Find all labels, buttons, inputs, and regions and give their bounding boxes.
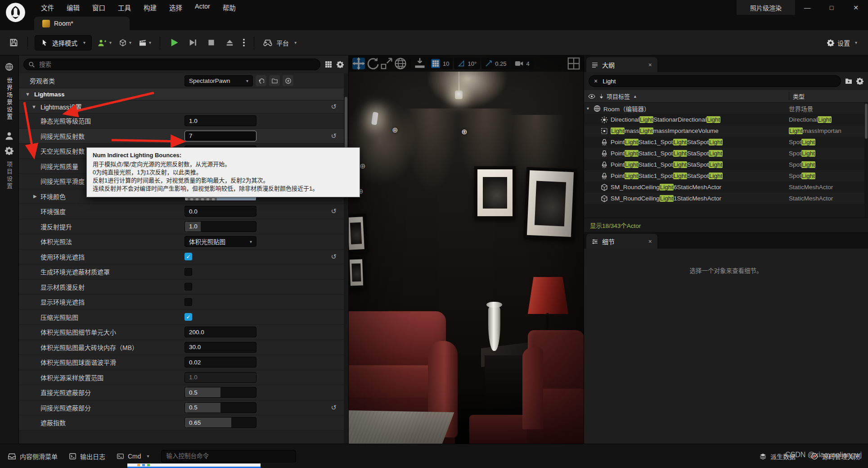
menu-edit[interactable]: 编辑 [61, 0, 85, 14]
settings-scrollbar[interactable] [344, 73, 348, 444]
generate-ao-material-mask-checkbox[interactable] [184, 268, 192, 276]
view-options-icon[interactable] [325, 61, 332, 68]
add-actor-button[interactable]: ▾ [96, 39, 113, 46]
maximize-button[interactable]: □ [819, 0, 844, 15]
reset-to-default-button[interactable]: ↺ [331, 103, 337, 111]
outliner-row[interactable]: PointLightStatic1_SpotLightStaSpotLight … [584, 170, 868, 182]
menu-actor[interactable]: Actor [189, 0, 216, 14]
volume-lighting-method-dropdown[interactable]: 体积光照贴图▾ [184, 236, 256, 247]
volume-light-sample-placement-scale-input[interactable]: 1.0 [184, 372, 256, 383]
vlm-max-brick-memory-input[interactable]: 30.0 [184, 342, 256, 353]
use-selected-asset-button[interactable] [256, 75, 266, 86]
reset-to-default-button[interactable]: ↺ [331, 253, 337, 261]
outliner-row[interactable]: LightmassLightmassImportanceVolume Light… [584, 125, 868, 136]
outliner-row[interactable]: PointLightStatic1_SpotLightStaSpotLight … [584, 148, 868, 159]
panel-settings-gear-icon[interactable] [337, 61, 344, 68]
tab-world-settings[interactable]: 世界场景设置 [5, 77, 13, 121]
play-options-button[interactable] [241, 35, 247, 50]
create-asset-button[interactable] [283, 75, 293, 86]
menu-build[interactable]: 构建 [138, 0, 162, 14]
direct-illumination-occlusion-fraction-input[interactable]: 0.5 [184, 387, 256, 398]
unreal-engine-logo-icon[interactable] [5, 2, 26, 23]
section-header-lightmass-settings[interactable]: ▼ Lightmass设置 ↺ [19, 100, 348, 114]
rotate-tool-button[interactable] [366, 58, 379, 69]
variant-manager-icon[interactable] [5, 132, 13, 140]
outliner-row[interactable]: SM_RoundCeilingLight6StaticMeshActor Sta… [584, 182, 868, 193]
tab-outliner[interactable]: 大纲 × [586, 57, 657, 72]
grid-snap-control[interactable]: 10 [427, 58, 453, 69]
compress-lightmaps-checkbox[interactable]: ✓ [184, 313, 192, 321]
diffuse-boost-input[interactable]: 1.0 [184, 221, 256, 232]
outliner-row[interactable]: PointLightStatic1_SpotLightStaSpotLight … [584, 159, 868, 170]
rotation-snap-control[interactable]: 10° [454, 58, 480, 69]
minimize-button[interactable]: — [795, 0, 819, 15]
project-settings-icon[interactable] [5, 146, 13, 155]
num-indirect-lighting-bounces-input[interactable]: 7 [184, 131, 256, 141]
menu-help[interactable]: 帮助 [217, 0, 242, 14]
vlm-sh-smoothing-input[interactable]: 0.02 [184, 357, 256, 368]
vlm-detail-cell-size-input[interactable]: 200.0 [184, 327, 256, 337]
outliner-search-input[interactable] [602, 77, 836, 85]
menu-window[interactable]: 窗口 [86, 0, 111, 14]
scale-snap-control[interactable]: 0.25 [481, 58, 510, 69]
move-gizmo-icon[interactable]: ⊕ [392, 126, 398, 134]
browse-asset-button[interactable] [269, 75, 280, 86]
reset-to-default-button[interactable]: ↺ [331, 132, 337, 140]
cmd-dropdown[interactable]: Cmd ▾ [117, 453, 149, 460]
label-column-header[interactable]: 项目标签 ▲ [599, 92, 789, 100]
world-local-space-button[interactable] [394, 58, 407, 69]
world-settings-icon[interactable] [5, 63, 13, 71]
occlusion-exponent-input[interactable]: 0.65 [184, 417, 256, 428]
move-gizmo-icon[interactable]: ⊕ [360, 162, 365, 170]
settings-search-box[interactable] [23, 59, 320, 70]
close-tab-icon[interactable]: × [648, 238, 652, 245]
level-viewport[interactable]: ⊕ ⊕ ⊕ ⊕ [349, 55, 584, 444]
outliner-row[interactable]: ▾ Room（编辑器） 世界场景 [584, 103, 868, 114]
type-column-header[interactable]: 类型 [789, 92, 868, 100]
indirect-illumination-occlusion-fraction-input[interactable]: 0.5 [184, 402, 256, 413]
close-button[interactable]: ✕ [844, 0, 868, 15]
translate-tool-button[interactable] [352, 58, 365, 69]
frame-skip-button[interactable] [185, 35, 200, 50]
settings-dropdown[interactable]: 设置 ▾ [827, 38, 862, 47]
output-log-button[interactable]: 输出日志 [69, 452, 105, 461]
visualize-ao-checkbox[interactable] [184, 298, 192, 306]
surface-snapping-button[interactable] [414, 58, 426, 69]
quad-view-button[interactable] [567, 58, 580, 69]
expander-icon[interactable]: ▾ [587, 106, 593, 111]
platforms-dropdown[interactable]: 平台 ▾ [261, 38, 298, 47]
spectator-class-dropdown[interactable]: SpectatorPawn ▾ [184, 75, 253, 86]
scale-tool-button[interactable] [380, 58, 393, 69]
reset-to-default-button[interactable]: ↺ [331, 404, 337, 412]
outliner-row[interactable]: DirectionalLightStationarDirectionalLigh… [584, 114, 868, 125]
chevron-right-icon[interactable]: ▶ [33, 194, 37, 199]
menu-file[interactable]: 文件 [35, 0, 60, 14]
menu-select[interactable]: 选择 [163, 0, 188, 14]
tab-project-settings[interactable]: 项目设置 [5, 161, 13, 190]
visibility-column-icon[interactable] [588, 93, 595, 100]
cinematics-button[interactable]: ▾ [137, 39, 153, 46]
section-header-lightmass[interactable]: ▼ Lightmass [19, 88, 348, 100]
reset-to-default-button[interactable]: ↺ [331, 207, 337, 215]
settings-search-input[interactable] [38, 61, 315, 68]
outliner-settings-gear-icon[interactable] [856, 77, 864, 85]
content-drawer-button[interactable]: 内容侧滑菜单 [8, 452, 58, 461]
tab-room-level[interactable]: Room* [34, 17, 130, 30]
clear-search-icon[interactable]: × [594, 77, 598, 85]
play-button[interactable] [167, 35, 181, 50]
visualize-material-diffuse-checkbox[interactable] [184, 283, 192, 291]
outliner-scrollbar[interactable] [864, 103, 868, 218]
blueprints-button[interactable]: ▾ [117, 39, 133, 46]
save-button[interactable] [6, 35, 21, 50]
select-mode-dropdown[interactable]: 选择模式 ▾ [35, 35, 92, 50]
stop-button[interactable] [204, 35, 218, 50]
camera-speed-control[interactable]: 4 [511, 58, 533, 69]
create-folder-icon[interactable] [845, 77, 852, 85]
move-gizmo-icon[interactable]: ⊕ [461, 127, 467, 136]
close-tab-icon[interactable]: × [648, 61, 652, 68]
tab-details[interactable]: 细节 × [586, 234, 657, 249]
use-ambient-occlusion-checkbox[interactable]: ✓ [184, 253, 192, 260]
environment-intensity-input[interactable]: 0.0 [184, 206, 256, 217]
outliner-row[interactable]: PointLightStatic1_SpotLightStaSpotLight … [584, 136, 868, 148]
scrollbar-thumb[interactable] [865, 104, 868, 139]
